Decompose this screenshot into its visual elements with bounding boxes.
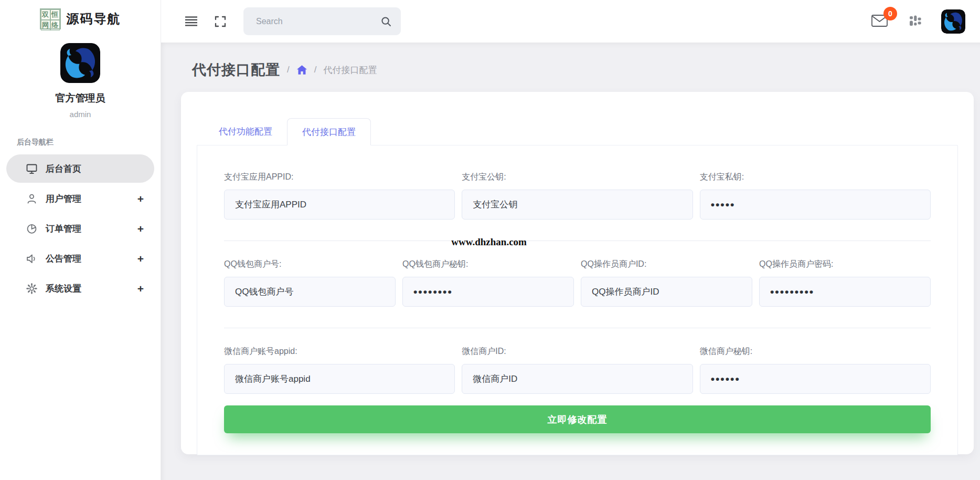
qq-operator-password-input[interactable]	[759, 277, 931, 307]
section-divider	[224, 328, 931, 328]
announcement-icon	[25, 252, 38, 265]
pie-chart-icon	[25, 222, 38, 235]
logo-char: 网	[41, 20, 50, 30]
breadcrumb-current: 代付接口配置	[323, 64, 377, 76]
sidebar-item-announcements[interactable]: 公告管理 +	[6, 244, 154, 273]
qq-wallet-merchant-input[interactable]	[224, 277, 396, 307]
form-field: QQ钱包商户秘钥:	[402, 259, 574, 307]
profile-avatar	[60, 43, 100, 83]
search-input[interactable]	[256, 17, 381, 26]
field-label: 支付宝应用APPID:	[224, 172, 455, 183]
fullscreen-icon[interactable]	[214, 15, 227, 28]
expand-plus-icon[interactable]: +	[137, 193, 144, 204]
form-field: 支付宝公钥:	[462, 172, 693, 220]
sidebar-item-dashboard[interactable]: 后台首页	[6, 154, 154, 183]
form-field: QQ操作员商户ID:	[581, 259, 752, 307]
profile-username: admin	[0, 110, 161, 119]
logo-char: 络	[50, 20, 60, 30]
alipay-private-key-input[interactable]	[700, 190, 931, 220]
breadcrumb-separator: /	[287, 65, 290, 75]
sidebar-item-label: 系统设置	[46, 283, 81, 295]
field-label: 支付宝公钥:	[462, 172, 693, 183]
expand-plus-icon[interactable]: +	[137, 253, 144, 264]
sidebar-item-label: 公告管理	[46, 253, 81, 265]
profile-name: 官方管理员	[0, 91, 161, 105]
form-field: QQ操作员商户密码:	[759, 259, 931, 307]
tab-payout-interface-config[interactable]: 代付接口配置	[287, 118, 371, 145]
field-label: QQ操作员商户ID:	[581, 259, 752, 270]
field-label: QQ操作员商户密码:	[759, 259, 931, 270]
sidebar-item-users[interactable]: 用户管理 +	[6, 184, 154, 213]
section-divider: www.dhzhan.com	[224, 241, 931, 241]
field-label: QQ钱包商户号:	[224, 259, 396, 270]
brand: 双 恒 网 络 源码导航	[0, 0, 161, 29]
qq-operator-id-input[interactable]	[581, 277, 752, 307]
qq-wallet-secret-input[interactable]	[402, 277, 574, 307]
sidebar-item-label: 后台首页	[46, 163, 81, 175]
form-field: 微信商户账号appid:	[224, 346, 455, 394]
search-icon[interactable]	[381, 16, 391, 27]
form-field: 支付宝私钥:	[700, 172, 931, 220]
form-row-alipay: 支付宝应用APPID: 支付宝公钥: 支付宝私钥:	[224, 172, 931, 220]
wechat-account-appid-input[interactable]	[224, 364, 455, 394]
tab-bar: 代付功能配置 代付接口配置	[197, 118, 958, 145]
content-area: 代付接口配置 / / 代付接口配置 代付功能配置 代付接口配置	[161, 43, 980, 480]
brand-title: 源码导航	[67, 11, 121, 27]
menu-icon[interactable]	[184, 16, 198, 27]
watermark: www.dhzhan.com	[451, 236, 527, 248]
field-label: 微信商户账号appid:	[224, 346, 455, 357]
apps-icon[interactable]	[908, 14, 922, 28]
page-title: 代付接口配置	[192, 60, 280, 79]
alipay-appid-input[interactable]	[224, 190, 455, 220]
config-card: 代付功能配置 代付接口配置 支付宝应用APPID: 支付宝公钥:	[181, 92, 974, 454]
topbar-right: 0	[871, 9, 968, 34]
submit-config-button[interactable]: 立即修改配置	[224, 405, 931, 433]
sidebar-item-label: 用户管理	[46, 193, 81, 205]
brand-logo-icon: 双 恒 网 络	[40, 8, 61, 29]
tab-payout-function-config[interactable]: 代付功能配置	[204, 118, 287, 145]
field-label: 微信商户ID:	[462, 346, 693, 357]
wechat-merchant-id-input[interactable]	[462, 364, 693, 394]
user-icon	[25, 192, 38, 205]
form-field: 支付宝应用APPID:	[224, 172, 455, 220]
form-field: 微信商户秘钥:	[700, 346, 931, 394]
sidebar-item-orders[interactable]: 订单管理 +	[6, 214, 154, 243]
mail-badge: 0	[883, 7, 897, 20]
breadcrumb-separator: /	[314, 65, 317, 75]
app-window: 双 恒 网 络 源码导航 官方管理员 admin 后台导航栏 后台	[0, 0, 980, 480]
topbar-avatar[interactable]	[941, 9, 965, 34]
sidebar: 双 恒 网 络 源码导航 官方管理员 admin 后台导航栏 后台	[0, 0, 161, 480]
search-box	[243, 7, 401, 35]
field-label: 微信商户秘钥:	[700, 346, 931, 357]
wechat-secret-input[interactable]	[700, 364, 931, 394]
breadcrumb: 代付接口配置 / / 代付接口配置	[181, 60, 974, 79]
alipay-public-key-input[interactable]	[462, 190, 693, 220]
mail-icon[interactable]: 0	[871, 14, 888, 29]
logo-char: 恒	[50, 9, 60, 20]
logo-char: 双	[41, 9, 50, 20]
form-row-wechat: 微信商户账号appid: 微信商户ID: 微信商户秘钥:	[224, 346, 931, 394]
form-field: QQ钱包商户号:	[224, 259, 396, 307]
sidebar-section-label: 后台导航栏	[17, 138, 161, 147]
home-icon[interactable]	[296, 65, 307, 75]
field-label: 支付宝私钥:	[700, 172, 931, 183]
gear-icon	[25, 282, 38, 295]
form-field: 微信商户ID:	[462, 346, 693, 394]
field-label: QQ钱包商户秘钥:	[402, 259, 574, 270]
form-panel: 支付宝应用APPID: 支付宝公钥: 支付宝私钥: w	[197, 145, 958, 455]
topbar: 0	[161, 0, 980, 43]
form-row-qq: QQ钱包商户号: QQ钱包商户秘钥: QQ操作员商户ID: QQ操作员	[224, 259, 931, 307]
main-area: 0	[161, 0, 980, 480]
monitor-icon	[25, 162, 38, 175]
expand-plus-icon[interactable]: +	[137, 223, 144, 234]
sidebar-item-label: 订单管理	[46, 223, 81, 235]
sidebar-item-settings[interactable]: 系统设置 +	[6, 274, 154, 302]
expand-plus-icon[interactable]: +	[137, 283, 144, 294]
